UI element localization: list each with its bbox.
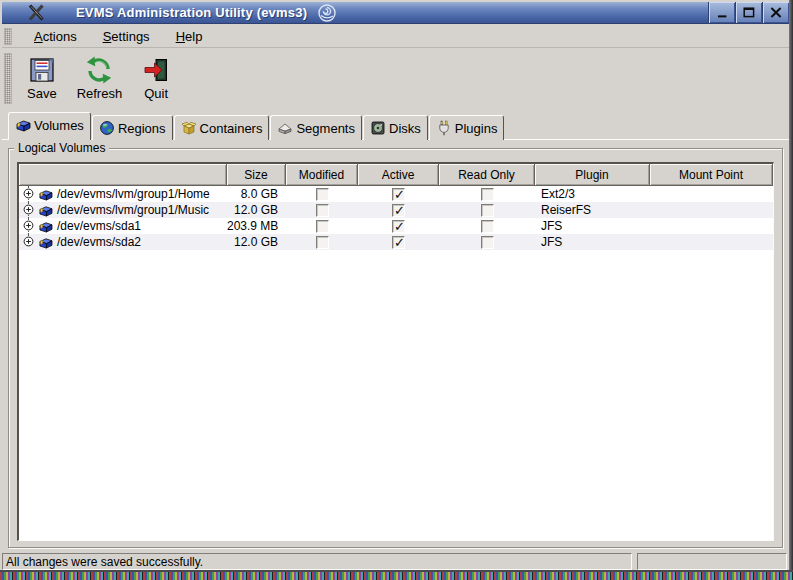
tree-connector — [22, 234, 36, 250]
window-title: EVMS Administration Utility (evms3) — [76, 5, 307, 20]
refresh-button[interactable]: Refresh — [70, 50, 130, 107]
plug-icon — [436, 120, 452, 136]
volume-name: /dev/evms/lvm/group1/Music — [55, 203, 209, 217]
plugin-cell: JFS — [535, 234, 650, 250]
expander-icon[interactable] — [23, 220, 34, 231]
tab-containers[interactable]: Containers — [174, 115, 270, 140]
toolbar-drag-handle[interactable] — [4, 53, 12, 104]
x11-logo-icon — [26, 4, 46, 21]
maximize-button[interactable] — [735, 2, 762, 23]
minimize-icon — [717, 8, 728, 18]
table-row[interactable]: /dev/evms/lvm/group1/Music 12.0 GB Reise… — [19, 202, 773, 218]
modified-checkbox[interactable] — [316, 204, 329, 217]
disk-icon — [370, 120, 386, 136]
desktop-edge-strip — [0, 572, 793, 580]
window-border-right — [789, 0, 793, 572]
groupbox-title: Logical Volumes — [14, 141, 109, 155]
read_only-checkbox[interactable] — [481, 220, 494, 233]
quit-button[interactable]: Quit — [135, 50, 177, 107]
modified-checkbox[interactable] — [316, 236, 329, 249]
modified-checkbox[interactable] — [316, 188, 329, 201]
close-button[interactable] — [762, 2, 789, 23]
size-cell: 12.0 GB — [227, 202, 286, 218]
read_only-checkbox[interactable] — [481, 188, 494, 201]
tab-containers-label: Containers — [200, 121, 263, 136]
volume-name: /dev/evms/sda2 — [55, 235, 141, 249]
tab-regions-label: Regions — [118, 121, 166, 136]
refresh-button-label: Refresh — [77, 86, 123, 101]
tree-connector — [22, 202, 36, 218]
tree-connector — [22, 186, 36, 202]
menu-actions[interactable]: Actions — [28, 27, 83, 46]
volume-name: /dev/evms/lvm/group1/Home — [55, 187, 210, 201]
segment-icon — [277, 120, 293, 136]
menu-settings[interactable]: Settings — [97, 27, 156, 46]
read_only-checkbox[interactable] — [481, 204, 494, 217]
tab-volumes[interactable]: Volumes — [8, 112, 91, 140]
close-icon — [770, 7, 782, 18]
plugin-cell: ReiserFS — [535, 202, 650, 218]
tab-plugins[interactable]: Plugins — [429, 115, 505, 140]
read_only-checkbox[interactable] — [481, 236, 494, 249]
tree-connector — [22, 218, 36, 234]
mount-point-cell — [650, 234, 773, 250]
plugin-cell: JFS — [535, 218, 650, 234]
tab-segments[interactable]: Segments — [270, 115, 362, 140]
window-controls — [708, 2, 789, 23]
maximize-icon — [743, 7, 755, 18]
size-cell: 8.0 GB — [227, 186, 286, 202]
table-row[interactable]: /dev/evms/lvm/group1/Home 8.0 GB Ext2/3 — [19, 186, 773, 202]
expander-icon[interactable] — [23, 236, 34, 247]
tab-regions[interactable]: Regions — [92, 115, 173, 140]
globe-icon — [99, 120, 115, 136]
statusbar-secondary-panel — [637, 553, 787, 570]
tab-plugins-label: Plugins — [455, 121, 498, 136]
minimize-button[interactable] — [708, 2, 735, 23]
column-header-modified[interactable]: Modified — [286, 164, 358, 186]
floppy-disk-icon — [28, 56, 56, 84]
column-header-size[interactable]: Size — [227, 164, 286, 186]
titlebar[interactable]: EVMS Administration Utility (evms3) — [2, 2, 789, 24]
size-cell: 12.0 GB — [227, 234, 286, 250]
column-header-mount-point[interactable]: Mount Point — [650, 164, 773, 186]
table-row[interactable]: /dev/evms/sda2 12.0 GB JFS — [19, 234, 773, 250]
expander-icon[interactable] — [23, 188, 34, 199]
volumes-panel: Logical Volumes Size Modified Active Rea… — [2, 139, 789, 552]
save-button-label: Save — [27, 86, 57, 101]
logical-volumes-groupbox: Logical Volumes Size Modified Active Rea… — [8, 148, 783, 548]
mount-point-cell — [650, 218, 773, 234]
refresh-arrows-icon — [85, 56, 113, 84]
column-header-plugin[interactable]: Plugin — [535, 164, 650, 186]
tab-disks-label: Disks — [389, 121, 421, 136]
active-checkbox[interactable] — [392, 236, 405, 249]
menubar: Actions Settings Help — [2, 26, 789, 48]
table-header-row: Size Modified Active Read Only Plugin Mo… — [19, 164, 773, 186]
active-checkbox[interactable] — [392, 220, 405, 233]
tabbar: Volumes Regions Containers Segments Disk… — [8, 112, 505, 140]
active-checkbox[interactable] — [392, 204, 405, 217]
tab-disks[interactable]: Disks — [363, 115, 428, 140]
volume-name: /dev/evms/sda1 — [55, 219, 141, 233]
tab-volumes-label: Volumes — [34, 118, 84, 133]
evms-window: EVMS Administration Utility (evms3) — [0, 0, 793, 580]
exit-door-icon — [142, 56, 170, 84]
menu-help[interactable]: Help — [170, 27, 209, 46]
save-button[interactable]: Save — [20, 50, 64, 107]
column-header-name[interactable] — [19, 164, 227, 186]
table-row[interactable]: /dev/evms/sda1 203.9 MB JFS — [19, 218, 773, 234]
modified-checkbox[interactable] — [316, 220, 329, 233]
column-header-active[interactable]: Active — [358, 164, 439, 186]
evms-swirl-icon — [315, 3, 339, 23]
column-header-read-only[interactable]: Read Only — [439, 164, 535, 186]
tab-segments-label: Segments — [296, 121, 355, 136]
active-checkbox[interactable] — [392, 188, 405, 201]
window-border-bottom — [0, 570, 793, 572]
expander-icon[interactable] — [23, 204, 34, 215]
quit-button-label: Quit — [144, 86, 168, 101]
toolbar: Save Refresh Quit — [2, 50, 789, 107]
menubar-drag-handle[interactable] — [4, 28, 12, 45]
mount-point-cell — [650, 202, 773, 218]
statusbar-message-panel: All changes were saved successfully. — [2, 553, 632, 570]
volumes-table: Size Modified Active Read Only Plugin Mo… — [17, 162, 774, 541]
volume-book-icon — [38, 220, 53, 233]
